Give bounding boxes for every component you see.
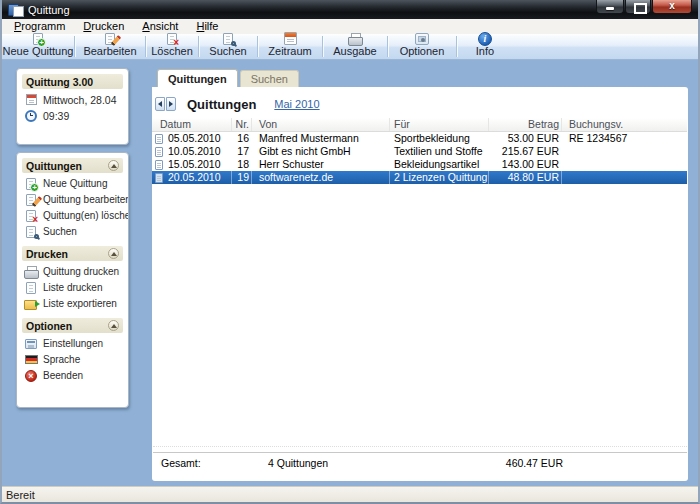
collapse-up-icon[interactable] <box>108 160 119 171</box>
date-label: Mittwoch, 28.04 <box>43 94 117 106</box>
column-header-betrag[interactable]: Betrag <box>489 118 562 131</box>
cell-von: Herr Schuster <box>252 158 390 171</box>
edit-icon <box>26 194 36 206</box>
collapse-up-icon[interactable] <box>108 320 119 331</box>
toolbar-new-receipt-button[interactable]: Neue Quittung <box>2 34 74 59</box>
cell-betrag: 215.67 EUR <box>489 145 562 158</box>
total-label: Gesamt: <box>161 457 201 469</box>
menu-drucken[interactable]: Drucken <box>74 19 133 34</box>
toolbar-delete-button[interactable]: Löschen <box>146 34 198 59</box>
menu-hilfe[interactable]: Hilfe <box>187 19 227 34</box>
cell-von: softwarenetz.de <box>252 171 390 184</box>
sidebar-item-quittung-drucken[interactable]: Quittung drucken <box>17 264 128 279</box>
column-header-nr[interactable]: Nr. <box>232 118 252 131</box>
table-row[interactable]: 15.05.2010 18 Herr Schuster Bekleidungsa… <box>152 158 687 171</box>
column-header-buchungsv[interactable]: Buchungsv. <box>562 118 687 131</box>
column-header-von[interactable]: Von <box>252 118 390 131</box>
table-body: 05.05.2010 16 Manfred Mustermann Sportbe… <box>152 132 687 184</box>
sidebar-item-liste-drucken[interactable]: Liste drucken <box>17 280 128 295</box>
menu-ansicht[interactable]: Ansicht <box>133 19 187 34</box>
table-row[interactable]: 10.05.2010 17 Gibt es nicht GmbH Textili… <box>152 145 687 158</box>
cell-betrag: 48.80 EUR <box>489 171 562 184</box>
time-label: 09:39 <box>43 110 69 122</box>
quit-icon <box>25 370 37 382</box>
cell-nr: 19 <box>232 171 252 184</box>
sidebar-item-label: Liste exportieren <box>43 298 117 309</box>
total-amount: 460.47 EUR <box>490 457 563 469</box>
sidebar-section-quittungen: Quittungen Neue Quittung Quittung bearbe… <box>17 158 128 239</box>
cell-nr: 18 <box>232 158 252 171</box>
toolbar-options-button[interactable]: Optionen <box>388 34 456 59</box>
toolbar-search-button[interactable]: Suchen <box>199 34 257 59</box>
document-icon <box>26 282 36 294</box>
calendar-icon <box>26 94 37 105</box>
table-row[interactable]: 05.05.2010 16 Manfred Mustermann Sportbe… <box>152 132 687 145</box>
cell-von: Manfred Mustermann <box>252 132 390 145</box>
sidebar-item-quittung-bearbeiten[interactable]: Quittung bearbeiten <box>17 192 128 207</box>
toolbar: Neue Quittung Bearbeiten Löschen Suchen … <box>2 34 698 60</box>
export-icon <box>24 298 38 309</box>
search-icon <box>223 33 233 45</box>
toolbar-info-button[interactable]: Info <box>457 34 513 59</box>
cell-datum: 10.05.2010 <box>152 145 232 158</box>
toolbar-edit-button[interactable]: Bearbeiten <box>75 34 145 59</box>
app-icon <box>8 3 23 16</box>
edit-icon <box>105 33 115 45</box>
sidebar-section-drucken: Drucken Quittung drucken Liste drucken L… <box>17 246 128 311</box>
receipts-panel: Quittungen Mai 2010 Datum Nr. Von Für Be… <box>152 87 688 481</box>
sidebar-item-label: Beenden <box>43 370 83 381</box>
receipt-doc-icon <box>155 147 163 157</box>
receipt-doc-icon <box>155 134 163 144</box>
cell-buchungsv: RE 1234567 <box>562 132 687 145</box>
minimize-button[interactable] <box>596 0 624 14</box>
maximize-button[interactable] <box>625 0 651 14</box>
sidebar-item-suchen[interactable]: Suchen <box>17 224 128 239</box>
printer-icon <box>348 33 362 45</box>
collapse-up-icon[interactable] <box>108 248 119 259</box>
sidebar-item-neue-quittung[interactable]: Neue Quittung <box>17 176 128 191</box>
menu-programm[interactable]: Programm <box>5 19 74 34</box>
cell-nr: 16 <box>232 132 252 145</box>
section-header-drucken: Drucken <box>22 246 123 261</box>
status-bar: Bereit <box>2 486 698 502</box>
tab-suchen[interactable]: Suchen <box>240 70 299 87</box>
receipt-doc-icon <box>155 160 163 170</box>
delete-icon <box>167 33 177 45</box>
search-icon <box>26 226 36 238</box>
toolbar-period-button[interactable]: Zeitraum <box>258 34 322 59</box>
sidebar-item-quittungen-loeschen[interactable]: Quittung(en) löschen <box>17 208 128 223</box>
column-header-fuer[interactable]: Für <box>390 118 489 131</box>
calendar-icon <box>284 32 297 45</box>
sidebar-item-einstellungen[interactable]: Einstellungen <box>17 336 128 351</box>
cell-betrag: 143.00 EUR <box>489 158 562 171</box>
cell-fuer: Sportbekleidung <box>390 132 489 145</box>
menu-bar: Programm Drucken Ansicht Hilfe <box>2 19 698 34</box>
period-link[interactable]: Mai 2010 <box>274 98 319 110</box>
sidebar-item-label: Sprache <box>43 354 80 365</box>
cell-datum: 15.05.2010 <box>152 158 232 171</box>
new-receipt-icon <box>26 178 36 190</box>
receipt-doc-icon <box>155 173 163 183</box>
close-button[interactable] <box>652 0 692 14</box>
sidebar-item-label: Quittung drucken <box>43 266 119 277</box>
info-icon <box>478 32 492 46</box>
client-area: Quittung 3.00 Mittwoch, 28.04 09:39 Quit… <box>2 60 698 486</box>
sidebar-item-liste-exportieren[interactable]: Liste exportieren <box>17 296 128 311</box>
status-text: Bereit <box>6 489 35 501</box>
table-header: Datum Nr. Von Für Betrag Buchungsv. <box>152 118 687 132</box>
section-title: Drucken <box>26 248 68 260</box>
sidebar-info-header: Quittung 3.00 <box>22 74 123 89</box>
delete-icon <box>26 210 36 222</box>
sidebar-item-sprache[interactable]: Sprache <box>17 352 128 367</box>
toolbar-output-button[interactable]: Ausgabe <box>323 34 387 59</box>
sidebar-item-beenden[interactable]: Beenden <box>17 368 128 383</box>
clock-icon <box>25 110 37 122</box>
page-title: Quittungen <box>187 97 256 112</box>
next-month-button[interactable] <box>166 97 176 111</box>
previous-month-button[interactable] <box>155 97 165 111</box>
tab-quittungen[interactable]: Quittungen <box>157 69 238 87</box>
receipt-count: 4 Quittungen <box>268 457 328 469</box>
sidebar-item-label: Neue Quittung <box>43 178 108 189</box>
column-header-datum[interactable]: Datum <box>152 118 232 131</box>
table-row-selected[interactable]: 20.05.2010 19 softwarenetz.de 2 Lizenzen… <box>152 171 687 184</box>
